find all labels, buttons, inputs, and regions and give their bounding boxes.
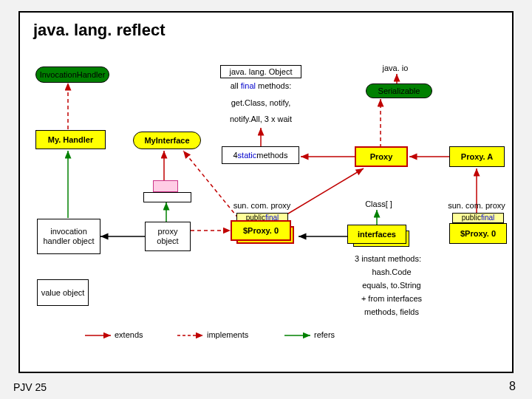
node-invocation-handler: InvocationHandler bbox=[35, 66, 109, 83]
stub-small bbox=[153, 180, 178, 192]
footer-right: 8 bbox=[509, 380, 516, 393]
footer-left: PJV 25 bbox=[13, 381, 47, 393]
label-getclass: get.Class, notify, bbox=[220, 98, 301, 107]
label-3instant: 3 instant methods: bbox=[347, 254, 429, 263]
label-methodsfields: methods, fields bbox=[355, 307, 429, 316]
connections bbox=[0, 0, 532, 399]
node-proxy-obj: proxy object bbox=[145, 222, 191, 251]
node-4static: 4 static methods bbox=[222, 146, 299, 164]
node-inv-handler-obj: invocation handler object bbox=[37, 219, 100, 254]
label-equals: equals, to.String bbox=[351, 281, 432, 290]
label-publicfinal-right: public final bbox=[452, 213, 504, 223]
label-hashcode: hash.Code bbox=[362, 267, 421, 276]
node-proxy0-left: $Proxy. 0 bbox=[231, 220, 291, 241]
legend-extends: extends bbox=[115, 330, 143, 339]
label-frominterfaces: + from interfaces bbox=[351, 294, 432, 303]
node-myhandler: My. Handler bbox=[35, 130, 106, 149]
label-suncom-right: sun. com. proxy bbox=[443, 201, 510, 210]
label-notifyall: notify.All, 3 x wait bbox=[220, 115, 301, 123]
label-classarr: Class[ ] bbox=[358, 200, 399, 208]
node-value-obj: value object bbox=[37, 279, 89, 306]
legend-refers: refers bbox=[314, 330, 335, 339]
diagram-stage: InvocationHandler java. lang. Object all… bbox=[0, 0, 532, 399]
label-suncom-left: sun. com. proxy bbox=[227, 201, 297, 210]
label-javaio: java. io bbox=[373, 64, 417, 72]
node-serializable: Serializable bbox=[366, 83, 432, 98]
node-proxya: Proxy. A bbox=[449, 146, 505, 167]
stub-row bbox=[143, 192, 191, 202]
node-proxy: Proxy bbox=[355, 146, 408, 167]
node-proxy0-right: $Proxy. 0 bbox=[449, 223, 507, 244]
legend-implements: implements bbox=[207, 330, 248, 339]
node-java-lang-object: java. lang. Object bbox=[220, 65, 301, 78]
node-interfaces: interfaces bbox=[347, 225, 406, 244]
node-myinterface: MyInterface bbox=[133, 132, 201, 149]
svg-line-7 bbox=[277, 168, 364, 220]
label-all-final: all final methods: bbox=[220, 81, 301, 90]
